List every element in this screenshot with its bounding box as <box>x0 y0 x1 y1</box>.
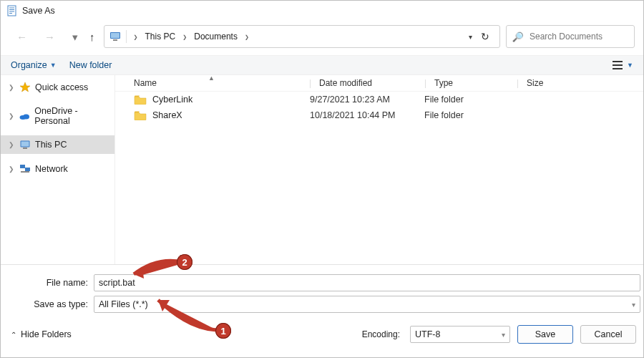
column-name[interactable]: Name <box>134 78 310 88</box>
forward-button[interactable]: → <box>42 32 58 42</box>
view-options-icon[interactable] <box>613 61 623 69</box>
window-title: Save As <box>22 6 55 16</box>
file-date: 10/18/2021 10:44 PM <box>310 110 424 120</box>
form-area: File name: script.bat Save as type: All … <box>1 264 643 318</box>
chevron-right-icon[interactable]: ❯ <box>242 33 252 41</box>
monitor-icon <box>19 139 31 150</box>
folder-icon <box>134 110 147 120</box>
bottom-bar: ⌃ Hide Folders Encoding: UTF-8 ▾ Save Ca… <box>1 318 643 348</box>
expand-icon[interactable]: ❯ <box>8 84 15 91</box>
breadcrumb-this-pc[interactable]: This PC <box>144 30 177 43</box>
main-split: ❯ Quick access ❯ OneDrive - Personal ❯ T… <box>1 75 643 264</box>
nav-row: ← → ▾ ↑ ❯ This PC ❯ Documents ❯ ▾ ↻ 🔍 Se… <box>1 21 643 56</box>
svg-rect-16 <box>21 171 29 173</box>
chevron-down-icon: ▼ <box>50 62 57 69</box>
svg-point-10 <box>23 114 29 119</box>
up-button[interactable]: ↑ <box>87 32 98 42</box>
cloud-icon <box>19 110 30 122</box>
toolbar: Organize ▼ New folder ▼ <box>1 56 643 75</box>
svg-marker-8 <box>20 82 30 92</box>
hide-folders-button[interactable]: ⌃ Hide Folders <box>11 329 72 339</box>
encoding-select[interactable]: UTF-8 ▾ <box>410 326 510 343</box>
svg-rect-13 <box>23 147 27 149</box>
sort-indicator-icon: ▲ <box>208 74 215 82</box>
star-icon <box>19 82 31 93</box>
file-type: File folder <box>424 110 507 120</box>
file-type: File folder <box>424 95 507 105</box>
sidebar-item-label: Network <box>35 164 68 174</box>
expand-icon[interactable]: ❯ <box>8 165 15 173</box>
chevron-right-icon[interactable]: ❯ <box>180 33 190 41</box>
search-input[interactable]: 🔍 Search Documents <box>506 25 635 48</box>
svg-rect-0 <box>8 6 16 16</box>
column-headers: ▲ Name Date modified Type Size <box>115 75 643 92</box>
chevron-down-icon[interactable]: ▼ <box>627 62 633 69</box>
save-type-select[interactable]: All Files (*.*) ▾ <box>94 296 640 313</box>
sidebar-item-quick-access[interactable]: ❯ Quick access <box>1 78 114 97</box>
file-name: ShareX <box>152 110 182 120</box>
address-history-button[interactable]: ▾ <box>469 33 472 41</box>
file-name-label: File name: <box>4 278 94 288</box>
expand-icon[interactable]: ❯ <box>8 112 14 120</box>
folder-icon <box>134 95 147 105</box>
save-button[interactable]: Save <box>517 325 573 344</box>
new-folder-button[interactable]: New folder <box>69 60 112 70</box>
column-type[interactable]: Type <box>434 78 517 88</box>
nav-arrows: ← → ▾ <box>14 32 81 42</box>
svg-rect-15 <box>25 168 30 171</box>
file-name-input[interactable]: script.bat <box>94 274 640 291</box>
save-type-label: Save as type: <box>4 299 94 309</box>
breadcrumb-documents[interactable]: Documents <box>192 30 239 43</box>
chevron-up-icon: ⌃ <box>11 331 16 339</box>
search-placeholder: Search Documents <box>530 32 602 42</box>
column-size[interactable]: Size <box>527 78 584 88</box>
organize-button[interactable]: Organize ▼ <box>11 60 57 70</box>
sidebar-item-network[interactable]: ❯ Network <box>1 160 114 178</box>
sidebar-item-label: OneDrive - Personal <box>34 106 110 126</box>
svg-rect-7 <box>113 39 117 41</box>
encoding-label: Encoding: <box>362 329 403 339</box>
expand-icon[interactable]: ❯ <box>8 141 15 148</box>
column-date[interactable]: Date modified <box>319 78 425 88</box>
table-row[interactable]: ShareX 10/18/2021 10:44 PM File folder <box>115 107 643 123</box>
address-bar[interactable]: ❯ This PC ❯ Documents ❯ ▾ ↻ <box>104 25 501 48</box>
refresh-icon[interactable]: ↻ <box>479 29 491 44</box>
save-type-row: Save as type: All Files (*.*) ▾ <box>4 294 640 315</box>
sidebar-item-label: This PC <box>35 140 67 150</box>
cancel-button[interactable]: Cancel <box>580 325 636 344</box>
file-date: 9/27/2021 10:23 AM <box>310 95 424 105</box>
chevron-down-icon: ▾ <box>502 331 505 339</box>
table-row[interactable]: CyberLink 9/27/2021 10:23 AM File folder <box>115 92 643 107</box>
search-icon: 🔍 <box>512 32 524 42</box>
recent-locations-button[interactable]: ▾ <box>69 32 81 42</box>
title-bar: Save As <box>1 1 643 21</box>
svg-rect-14 <box>20 165 25 168</box>
network-icon <box>19 163 31 175</box>
back-button[interactable]: ← <box>14 32 30 42</box>
sidebar-item-onedrive[interactable]: ❯ OneDrive - Personal <box>1 102 114 130</box>
sidebar-item-label: Quick access <box>35 82 88 92</box>
chevron-down-icon: ▾ <box>632 301 635 309</box>
file-name-row: File name: script.bat <box>4 272 640 294</box>
file-name: CyberLink <box>152 95 192 105</box>
sidebar-item-this-pc[interactable]: ❯ This PC <box>1 135 114 154</box>
sidebar: ❯ Quick access ❯ OneDrive - Personal ❯ T… <box>1 75 115 264</box>
monitor-icon <box>109 30 122 43</box>
app-icon <box>6 5 18 16</box>
chevron-right-icon[interactable]: ❯ <box>131 33 141 41</box>
svg-rect-6 <box>111 33 119 38</box>
svg-rect-12 <box>21 142 29 147</box>
file-list: ▲ Name Date modified Type Size CyberLink… <box>115 75 643 264</box>
